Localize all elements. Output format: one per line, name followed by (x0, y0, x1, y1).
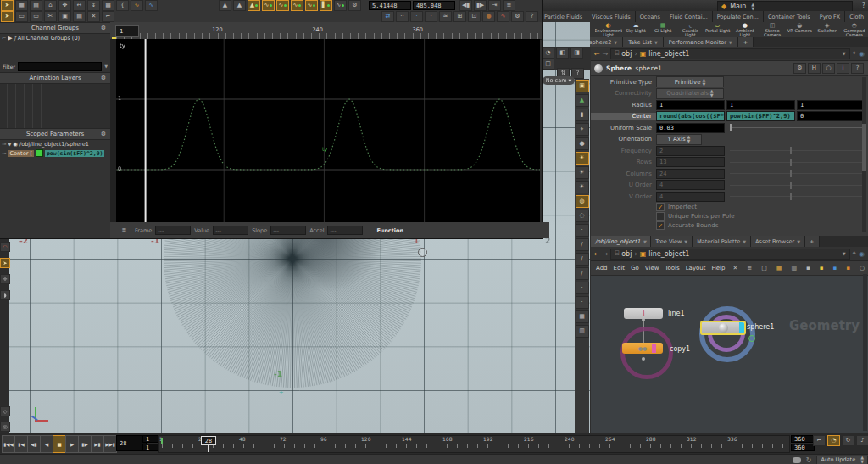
key-slide-icon[interactable]: ∿ (262, 0, 275, 11)
graph-frame-ruler[interactable]: 1 120240360 (110, 22, 542, 40)
link-icon[interactable]: ◉ (859, 250, 865, 258)
grid-snap-icon[interactable]: ▦ (15, 0, 28, 11)
next-frame-button[interactable]: ▮▶ (78, 435, 92, 453)
param-slider[interactable] (730, 150, 863, 151)
key-stretch-icon[interactable]: ∿ (305, 0, 318, 11)
param-help-icon[interactable]: ? (851, 63, 864, 74)
pane-tab-performance-monitor[interactable]: Performance Monitor▼ (664, 37, 738, 47)
key-pointer-1-icon[interactable]: ▲ (219, 0, 231, 11)
objects-visible-icon[interactable]: ▲ (576, 94, 589, 107)
handle-c-icon[interactable]: / (576, 267, 589, 280)
select-mode-icon[interactable]: ➤ (0, 258, 10, 268)
dot-b-icon[interactable]: · (576, 282, 589, 294)
shelf-tab-fluid-contai-[interactable]: Fluid Contai... (665, 11, 713, 22)
pointer-tool-icon[interactable]: ➤ (1, 11, 14, 22)
fit-horizontal-icon[interactable]: ↔ (73, 0, 86, 11)
paste-keys-icon[interactable]: ▤ (73, 11, 86, 22)
group-list-icon[interactable]: ▥ (576, 325, 589, 338)
gi-light-tool[interactable]: ▦GI Light (649, 22, 676, 37)
next-key-icon[interactable]: ▮▶ (474, 0, 487, 11)
net-sticky-icon[interactable]: ▪ (819, 263, 825, 274)
param-field[interactable]: 13 (656, 157, 725, 167)
shelf-tab-oceans[interactable]: Oceans (636, 11, 665, 22)
handle-a-icon[interactable]: / (576, 238, 589, 251)
lasso-select-icon[interactable]: ▭ (30, 11, 42, 22)
param-gear-icon[interactable]: ⚙ (793, 63, 806, 74)
wave-blue-icon[interactable]: ∿ (145, 0, 158, 11)
animation-curve-graph[interactable] (116, 39, 540, 222)
net-badge-icon[interactable]: ▪ (805, 263, 811, 274)
net-grid2-icon[interactable]: ▥ (790, 263, 798, 274)
param-field[interactable]: 4 (656, 192, 725, 202)
param-dropdown[interactable]: Y Axis▲▼ (656, 134, 702, 145)
param-field[interactable]: 1 (726, 100, 795, 110)
auto-update-selector[interactable]: Auto Update ▲▼ (816, 456, 868, 464)
scoped-parameters-gear-icon[interactable]: ⚙ (99, 131, 108, 138)
normal-lights-icon[interactable]: ☀ (576, 166, 589, 179)
camera-selector[interactable]: No cam ▼ (542, 76, 575, 85)
menu-help[interactable]: Help (712, 265, 726, 271)
channel-name-chip[interactable]: Center [ (8, 150, 33, 157)
wire-shade-icon[interactable]: □ (542, 59, 554, 70)
pane-tab-take-list[interactable]: Take List▼ (623, 37, 664, 47)
audio-options-button[interactable]: ♪ (856, 435, 868, 446)
handle-b-icon[interactable]: / (576, 253, 589, 266)
secure-selection-icon[interactable]: ◠ (0, 242, 10, 252)
play-reverse-button[interactable]: ◀ (40, 435, 53, 453)
channel-groups-gear-icon[interactable]: ⚙ (99, 25, 108, 32)
shelf-tab-pyro-fx[interactable]: Pyro FX (815, 11, 846, 22)
forward-icon[interactable]: → (603, 250, 609, 258)
help-circle-icon[interactable]: ? (526, 11, 538, 22)
shelf-tab-cloth[interactable]: Cloth (845, 11, 868, 22)
snapshot-icon[interactable]: ◔ (542, 48, 554, 59)
net-color-grid-icon[interactable]: ▦ (776, 263, 783, 274)
high-quality-lights-icon[interactable]: ☀ (576, 181, 589, 193)
param-dropdown[interactable]: Quadrilaterals▲▼ (656, 88, 724, 99)
camera-view-icon[interactable]: ▣ (576, 80, 589, 92)
node-name-field[interactable]: sphere1 (635, 64, 662, 72)
swap-icon[interactable]: ⇄ (381, 11, 394, 22)
network-tab-material-palette[interactable]: Material Palette▼ (693, 236, 751, 247)
main-help-icon[interactable]: ? (862, 2, 865, 9)
cut-keys-icon[interactable]: ✂ (44, 11, 57, 22)
prev-key-icon[interactable]: ◀▮ (459, 0, 472, 11)
param-checkbox[interactable]: ✓ (656, 221, 665, 230)
prev-frame-button[interactable]: ◀▮ (27, 435, 41, 453)
network-breadcrumb[interactable]: ⌸obj › ▣line_object1 ▼ (610, 249, 849, 260)
flipbook-icon[interactable]: ◎ (0, 422, 10, 432)
param-checkbox[interactable]: ✓ (656, 203, 665, 211)
filter-input[interactable] (18, 62, 102, 71)
key-icon[interactable]: ⌐ (102, 11, 114, 22)
goto-frame-icon[interactable]: ⇥ (488, 0, 501, 11)
copy-keys-icon[interactable]: ▣ (58, 11, 71, 22)
param-slider[interactable] (730, 196, 863, 197)
net-window-icon[interactable]: ▢ (760, 263, 768, 274)
param-field[interactable]: 1 (656, 100, 725, 110)
dot-blue-icon[interactable]: · (410, 11, 423, 22)
dopesheet-icon[interactable]: { (116, 0, 129, 11)
message-bubble-icon[interactable] (793, 457, 801, 463)
current-frame-marker[interactable]: 28 (201, 436, 216, 445)
menu-add[interactable]: Add (596, 265, 608, 271)
next-keyframe-button[interactable]: ▶▮ (91, 435, 104, 453)
range-end-field[interactable]: 360 (791, 435, 815, 443)
link-icon[interactable]: ◉ (859, 50, 865, 58)
menu-go[interactable]: Go (631, 265, 639, 271)
portal-light-tool[interactable]: ▱Portal Light (704, 22, 732, 37)
cursor-value-readout[interactable]: 485.048 (413, 1, 455, 10)
switcher-tool[interactable]: ◈Switcher (814, 22, 841, 37)
shelf-tab-particle-fluids[interactable]: Particle Fluids (540, 11, 587, 22)
gamepad-camera-tool[interactable]: ◓Gamepad Camera (841, 22, 868, 37)
houdini-badge-icon[interactable]: H (808, 63, 821, 74)
fit-vertical-icon[interactable]: ↕ (87, 0, 100, 11)
param-field[interactable]: 24 (656, 169, 725, 179)
lock-camera-icon[interactable]: ▮ (576, 109, 589, 121)
menu-tools[interactable]: Tools (665, 265, 679, 271)
stop-button[interactable]: ■ (53, 435, 66, 453)
auto-key-button[interactable]: ⌐ (813, 435, 826, 446)
cursor-frame-readout[interactable]: 5.41448 (369, 1, 411, 10)
param-info-icon[interactable]: i (837, 63, 849, 74)
param-slider[interactable] (730, 173, 863, 174)
vr-camera-tool[interactable]: ◒VR Camera (786, 22, 813, 37)
refresh-icon[interactable]: ↻ (806, 456, 812, 464)
